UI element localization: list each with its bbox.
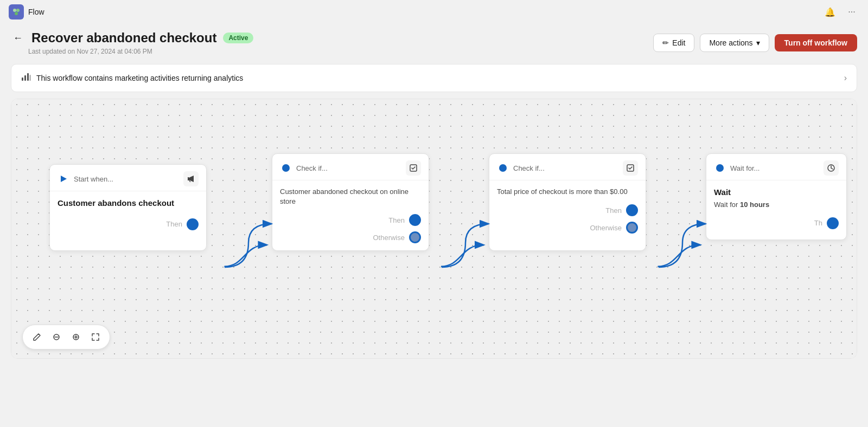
check2-circle-icon [497,162,509,174]
node-start-label: Start when... [74,175,113,183]
svg-marker-8 [61,176,67,182]
canvas-zoom-in-button[interactable] [67,328,85,346]
wait-title: Wait [714,187,839,198]
clock-icon [824,160,839,176]
wait-circle-icon [714,162,726,174]
pencil-icon: ✏ [662,38,669,47]
top-bar-actions: 🔔 ··· [822,4,859,20]
svg-point-1 [16,9,20,12]
header-left: ← Recover abandoned checkout Active Last… [11,30,253,55]
svg-point-13 [716,164,724,172]
canvas-fit-button[interactable] [87,328,104,346]
check1-then-dot[interactable] [409,214,421,226]
analytics-chevron-icon: › [844,73,847,83]
app-branding: Flow [9,4,44,20]
notification-icon[interactable]: 🔔 [822,4,838,20]
start-node-title: Customer abandons checkout [58,198,199,209]
workflow-canvas: Start when... Customer abandons checkout [11,99,857,359]
chevron-down-icon: ▾ [756,38,760,47]
check2-label: Check if... [513,164,545,172]
wait-label: Wait for... [730,164,760,172]
check1-node[interactable]: Check if... Customer abandoned checkout … [272,153,429,251]
analytics-banner[interactable]: This workflow contains marketing activit… [11,64,857,92]
analytics-icon [21,72,31,84]
app-icon [9,4,24,20]
app-title: Flow [28,8,44,16]
svg-point-9 [282,164,290,172]
check1-circle-icon [280,162,292,174]
wait-duration: Wait for 10 hours [714,200,839,210]
edit-button[interactable]: ✏ Edit [653,34,694,52]
svg-rect-3 [22,77,23,81]
svg-point-0 [13,9,16,12]
page-title: Recover abandoned checkout [31,30,216,46]
checklist2-icon [623,160,638,176]
check2-then-dot[interactable] [626,204,638,216]
last-updated-text: Last updated on Nov 27, 2024 at 04:06 PM [28,48,253,55]
more-options-icon[interactable]: ··· [844,4,859,20]
analytics-text: This workflow contains marketing activit… [36,74,243,82]
check2-node[interactable]: Check if... Total price of checkout is m… [489,153,646,251]
check1-label: Check if... [296,164,328,172]
svg-rect-4 [24,75,26,81]
then-connector-row: Then [58,218,199,230]
canvas-edit-button[interactable] [28,328,46,346]
canvas-toolbar [22,325,110,350]
svg-point-11 [499,164,507,172]
canvas-zoom-out-button[interactable] [48,328,65,346]
wait-node[interactable]: Wait for... Wait Wait for 10 hours [706,153,847,240]
play-icon [58,173,69,185]
check1-otherwise-dot[interactable] [409,231,421,243]
check1-text: Customer abandoned checkout on online st… [280,187,421,206]
status-badge: Active [223,33,253,43]
more-actions-button[interactable]: More actions ▾ [700,34,769,52]
turn-off-button[interactable]: Turn off workflow [775,34,857,51]
title-row: ← Recover abandoned checkout Active [11,30,253,46]
check2-otherwise-dot[interactable] [626,222,638,234]
svg-point-2 [15,12,18,15]
then-dot[interactable] [187,218,199,230]
megaphone-icon [183,171,199,186]
header-actions: ✏ Edit More actions ▾ Turn off workflow [653,34,857,52]
svg-rect-5 [27,73,29,81]
top-bar: Flow 🔔 ··· [0,0,868,24]
flow-area: Start when... Customer abandons checkout [11,99,857,358]
check2-text: Total price of checkout is more than $0.… [497,187,638,197]
back-button[interactable]: ← [11,33,25,44]
page-header: ← Recover abandoned checkout Active Last… [0,24,868,60]
start-node[interactable]: Start when... Customer abandons checkout [49,164,207,251]
wait-then-dot[interactable] [827,217,839,229]
svg-rect-6 [30,75,30,81]
checklist-icon [406,160,421,176]
